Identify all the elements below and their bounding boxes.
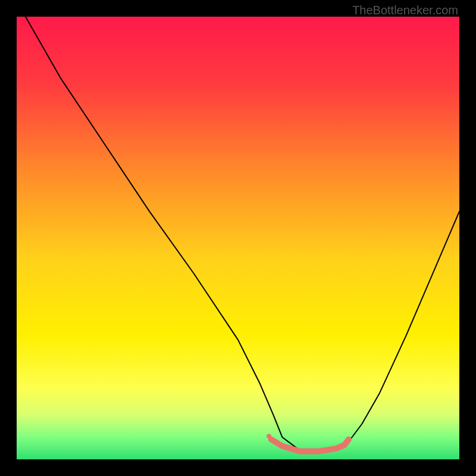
bottleneck-curve <box>26 17 459 450</box>
watermark-text: TheBottleneker.com <box>352 4 458 17</box>
chart-container: TheBottleneker.com <box>0 0 476 476</box>
chart-curves <box>17 17 459 459</box>
optimal-range-highlight <box>271 440 349 452</box>
optimal-start-dot <box>267 434 271 439</box>
plot-area <box>17 17 459 459</box>
